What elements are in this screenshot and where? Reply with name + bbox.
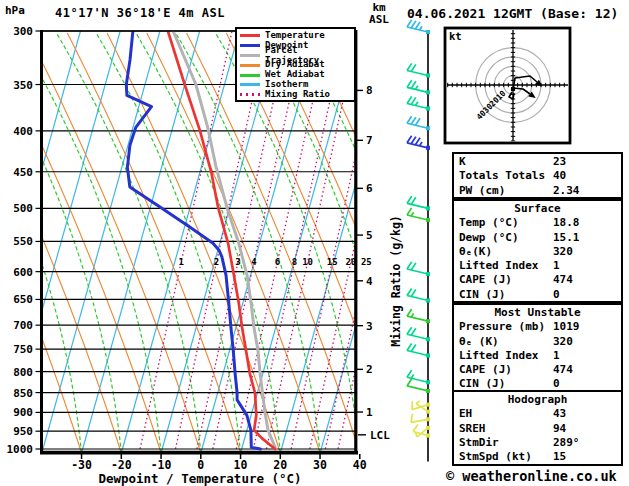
temperature-tick-label: 10: [234, 458, 248, 472]
wind-barb-feather: [407, 136, 412, 143]
wind-barb-shaft: [407, 103, 428, 108]
table-row-label: CIN (J): [459, 288, 505, 301]
wind-barb-station-marker: [426, 319, 430, 323]
wind-barb-feather: [407, 63, 412, 70]
wind-barb-shaft: [407, 27, 428, 32]
temperature-axis: -30-20-10010203040: [71, 454, 367, 472]
wind-barb: [407, 309, 430, 323]
wind-barb-shaft: [411, 419, 428, 422]
mixing-ratio-label: 1: [178, 257, 183, 267]
table-row-value: 0: [553, 287, 560, 302]
pressure-tick-label: 400: [13, 125, 33, 138]
wind-barb: [407, 343, 430, 357]
wind-barb-feather: [415, 118, 420, 125]
wind-barb-station-marker: [426, 337, 430, 341]
wind-barb-station-marker: [426, 417, 430, 421]
table-row: Totals Totals40: [454, 168, 621, 182]
pressure-tick-label: 800: [13, 366, 33, 379]
pressure-tick-label: 450: [13, 166, 33, 179]
table-row-value: 40: [553, 168, 566, 183]
wind-barb-feather: [407, 96, 412, 103]
km-tick-label: 3: [366, 320, 373, 333]
wind-barb-feather: [411, 328, 416, 335]
table-row-label: CAPE (J): [459, 363, 512, 376]
altitude-axis-label: km ASL: [363, 2, 395, 26]
pressure-tick-label: 600: [13, 266, 33, 279]
table-row-value: 1019: [553, 319, 580, 334]
table-row: EH43: [454, 406, 621, 420]
wind-barb: [407, 20, 430, 34]
wind-barb-feather: [411, 81, 416, 88]
km-tick-label: 1: [366, 406, 373, 419]
pressure-tick-label: 350: [13, 79, 33, 92]
wind-barb-feather: [407, 80, 412, 87]
mixing-ratio-labels: 12346810152025: [178, 257, 371, 267]
table-row-value: 18.8: [553, 215, 580, 230]
pressure-tick-label: 300: [13, 25, 33, 38]
wind-barb-half-feather: [411, 313, 413, 317]
table-row: K23: [454, 154, 621, 168]
table-row-value: 15.1: [553, 230, 580, 245]
wind-barb-feather: [407, 327, 412, 334]
table-row: Dewp (°C)15.1: [454, 230, 621, 244]
wind-barb-feather: [411, 344, 416, 351]
wind-barb-feather: [411, 117, 416, 124]
wind-barb: [407, 288, 430, 302]
wind-barb-column: [407, 20, 430, 462]
wind-barb-feather: [407, 288, 412, 295]
table-row: CAPE (J)474: [454, 272, 621, 286]
legend-swatch-parcel-trajectory: [240, 54, 260, 57]
wind-barb-half-feather: [416, 401, 420, 404]
pressure-axis-unit: hPa: [5, 4, 25, 17]
wind-barb-shaft: [407, 123, 428, 128]
table-row-label: Lifted Index: [459, 349, 538, 362]
wind-barb-station-marker: [426, 380, 430, 384]
temperature-tick-label: -30: [71, 458, 92, 472]
wind-barb-feather: [413, 425, 418, 432]
isotherm-line: [0, 31, 1, 453]
pressure-axis: 3003504004505005506006507007508008509009…: [7, 25, 42, 456]
station-title: 41°17'N 36°18'E 4m ASL: [55, 6, 225, 20]
temperature-tick-label: 20: [273, 458, 287, 472]
table-row: CIN (J)0: [454, 287, 621, 301]
mixing-ratio-label: 3: [235, 257, 240, 267]
table-row-label: SREH: [459, 422, 486, 435]
wind-barb-shaft: [407, 269, 428, 274]
wind-barb-station-marker: [426, 299, 430, 303]
table-row: Lifted Index1: [454, 348, 621, 362]
wind-barb-half-feather: [415, 86, 417, 90]
wind-barb-station-marker: [426, 206, 430, 210]
table-row-value: 1: [553, 348, 560, 363]
pressure-tick-label: 950: [13, 425, 33, 438]
datetime-title: 04.06.2021 12GMT (Base: 12): [407, 6, 618, 21]
wind-barb-station-marker: [426, 218, 430, 222]
wind-barb-shaft: [407, 143, 428, 148]
wind-barb: [407, 327, 430, 341]
wind-barb-feather: [407, 116, 412, 123]
wind-barb-station-marker: [426, 354, 430, 358]
table-row-label: StmDir: [459, 436, 499, 449]
mixing-ratio-label: 2: [214, 257, 219, 267]
hodograph-unit-label: kt: [449, 30, 462, 42]
wind-barb-station-marker: [426, 272, 430, 276]
table-section-header: Surface: [454, 201, 621, 215]
table-section-header: Hodograph: [454, 392, 621, 406]
wind-barb-feather: [411, 64, 416, 71]
table-row-value: 2.34: [553, 183, 580, 198]
wind-barb-station-marker: [426, 73, 430, 77]
legend-swatch-wet-adiabat: [240, 74, 260, 77]
table-row-label: Pressure (mb): [459, 320, 545, 333]
pressure-tick-label: 850: [13, 387, 33, 400]
table-row: θₑ(K)320: [454, 244, 621, 258]
pressure-tick-label: 900: [13, 406, 33, 419]
table-row-label: StmSpd (kt): [459, 450, 532, 463]
wind-barb-shaft: [407, 351, 428, 356]
wind-barb-feather: [411, 197, 416, 204]
wind-barb-shaft: [407, 334, 428, 339]
table-row-label: K: [459, 155, 466, 168]
wind-barb: [407, 136, 430, 150]
table-row-value: 289°: [553, 435, 580, 450]
table-row-value: 94: [553, 421, 566, 436]
wind-barb-shaft: [407, 296, 428, 301]
wind-barb-half-feather: [415, 102, 417, 106]
